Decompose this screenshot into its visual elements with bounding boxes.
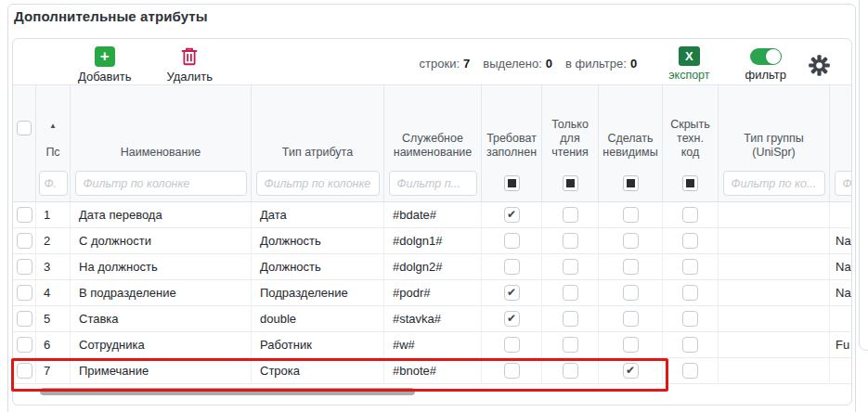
- header-extra-column[interactable]: вы: [830, 85, 851, 165]
- header-group-type-column[interactable]: Тип группы (UniSpr): [719, 85, 830, 165]
- export-button[interactable]: X экспорт: [668, 46, 709, 82]
- row-select-cell: [13, 332, 36, 357]
- service-name-cell: #bnote#: [384, 358, 482, 383]
- table-row[interactable]: 4В подразделениеПодразделение#podr#✔Na: [13, 280, 851, 306]
- flag-checkbox[interactable]: [563, 337, 578, 353]
- row-checkbox[interactable]: [17, 259, 32, 275]
- header-readonly-line3: чтения: [551, 146, 589, 160]
- flag-cell: ✔: [482, 306, 542, 331]
- row-checkbox[interactable]: [17, 363, 32, 379]
- filter-toggle[interactable]: фильтр: [745, 46, 786, 82]
- row-checkbox[interactable]: [17, 207, 32, 223]
- table-row[interactable]: 2С должностиДолжность#dolgn1#Na: [13, 228, 851, 254]
- row-number-cell: 6: [36, 332, 71, 357]
- row-select-cell: [13, 228, 36, 253]
- flag-cell: [482, 358, 542, 383]
- name-filter-input[interactable]: [75, 171, 247, 196]
- flag-checkbox[interactable]: [563, 207, 578, 223]
- header-pos-column[interactable]: ▲ Пс: [36, 85, 71, 165]
- flag-cell: [599, 202, 663, 227]
- flag-checkbox[interactable]: [682, 363, 698, 379]
- row-checkbox[interactable]: [17, 337, 32, 353]
- attr-name-cell: Сотрудника: [71, 332, 252, 357]
- header-readonly-column[interactable]: Только для чтения: [542, 85, 599, 165]
- attr-name-cell: На должность: [71, 254, 252, 279]
- flag-checkbox[interactable]: [623, 259, 639, 275]
- table-row[interactable]: 7ПримечаниеСтрока#bnote#✔: [13, 358, 851, 384]
- excel-icon: X: [679, 46, 700, 66]
- flag-checkbox[interactable]: [563, 363, 578, 379]
- table-row[interactable]: 6СотрудникаРаботник#w#Fu: [13, 332, 851, 358]
- flag-checkbox[interactable]: [563, 259, 578, 275]
- flag-checkbox[interactable]: [682, 233, 698, 249]
- service-name-cell: #podr#: [384, 280, 482, 305]
- type-filter-input[interactable]: [256, 171, 380, 196]
- flag-checkbox[interactable]: [623, 233, 639, 249]
- flag-cell: ✔: [482, 280, 542, 305]
- flag-checkbox[interactable]: ✔: [504, 285, 520, 301]
- flag-checkbox[interactable]: [563, 311, 578, 327]
- filter-toggle-label: фильтр: [745, 68, 786, 82]
- group-filter-input[interactable]: [723, 171, 825, 196]
- table-row[interactable]: 5Ставкаdouble#stavka#✔: [13, 306, 851, 332]
- row-select-cell: [13, 358, 36, 383]
- flag-checkbox[interactable]: [563, 285, 578, 301]
- flag-checkbox[interactable]: ✔: [504, 207, 520, 223]
- flag-checkbox[interactable]: [504, 363, 520, 379]
- header-type-column[interactable]: Тип атрибута: [252, 85, 384, 165]
- settings-gear-icon[interactable]: [809, 55, 830, 80]
- table-row[interactable]: 1Дата переводаДата#bdate#✔: [13, 202, 851, 228]
- header-name-column[interactable]: Наименование: [71, 85, 252, 165]
- row-checkbox[interactable]: [17, 285, 32, 301]
- attr-name-cell: Дата перевода: [71, 202, 252, 227]
- row-number-cell: 1: [36, 202, 71, 227]
- filter-readonly-cell: [542, 165, 599, 201]
- flag-checkbox[interactable]: [623, 207, 639, 223]
- row-select-cell: [13, 306, 36, 331]
- flag-cell: [482, 254, 542, 279]
- flag-checkbox[interactable]: [623, 285, 639, 301]
- flag-checkbox[interactable]: ✔: [623, 363, 639, 379]
- flag-cell: [599, 306, 663, 331]
- flag-checkbox[interactable]: [682, 285, 698, 301]
- flag-checkbox[interactable]: [504, 337, 520, 353]
- flag-checkbox[interactable]: [623, 337, 639, 353]
- service-filter-input[interactable]: [389, 171, 477, 196]
- header-invisible-column[interactable]: Сделать невидимы: [599, 85, 663, 165]
- add-button[interactable]: + Добавить: [78, 46, 131, 84]
- filter-required-cell: [482, 165, 542, 201]
- flag-checkbox[interactable]: [682, 311, 698, 327]
- indeterminate-mark: [508, 179, 516, 187]
- service-name-cell: #dolgn1#: [384, 228, 482, 253]
- flag-checkbox[interactable]: ✔: [504, 311, 520, 327]
- pos-filter-input[interactable]: [39, 171, 68, 196]
- flag-checkbox[interactable]: [563, 233, 578, 249]
- stat-rows-value: 7: [463, 57, 470, 71]
- attr-type-cell: Дата: [252, 202, 384, 227]
- group-type-cell: [719, 254, 830, 279]
- delete-button[interactable]: Удалить: [166, 46, 213, 84]
- invisible-filter-checkbox[interactable]: [623, 175, 639, 191]
- header-hide-code-column[interactable]: Скрыть техн. код: [663, 85, 719, 165]
- flag-checkbox[interactable]: [682, 337, 698, 353]
- required-filter-checkbox[interactable]: [504, 175, 520, 191]
- flag-checkbox[interactable]: [623, 311, 639, 327]
- horizontal-scrollbar-thumb[interactable]: [40, 388, 415, 395]
- flag-checkbox[interactable]: [504, 259, 520, 275]
- flag-checkbox[interactable]: [682, 207, 698, 223]
- flag-checkbox[interactable]: [504, 233, 520, 249]
- row-checkbox[interactable]: [17, 233, 32, 249]
- flag-cell: [542, 306, 599, 331]
- sort-asc-icon[interactable]: ▲: [36, 122, 70, 130]
- header-service-name-column[interactable]: Служебное наименование: [384, 85, 482, 165]
- flag-checkbox[interactable]: [682, 259, 698, 275]
- header-group-line1: Тип группы: [744, 132, 803, 146]
- extra-filter-input[interactable]: [835, 171, 852, 196]
- select-all-checkbox[interactable]: [17, 121, 32, 135]
- grid-stats: строки:7 выделено:0 в фильтре:0: [420, 57, 651, 71]
- readonly-filter-checkbox[interactable]: [563, 175, 578, 191]
- header-required-column[interactable]: Требоват заполнен: [482, 85, 542, 165]
- row-checkbox[interactable]: [17, 311, 32, 327]
- hide-code-filter-checkbox[interactable]: [682, 175, 698, 191]
- table-row[interactable]: 3На должностьДолжность#dolgn2#Na: [13, 254, 851, 280]
